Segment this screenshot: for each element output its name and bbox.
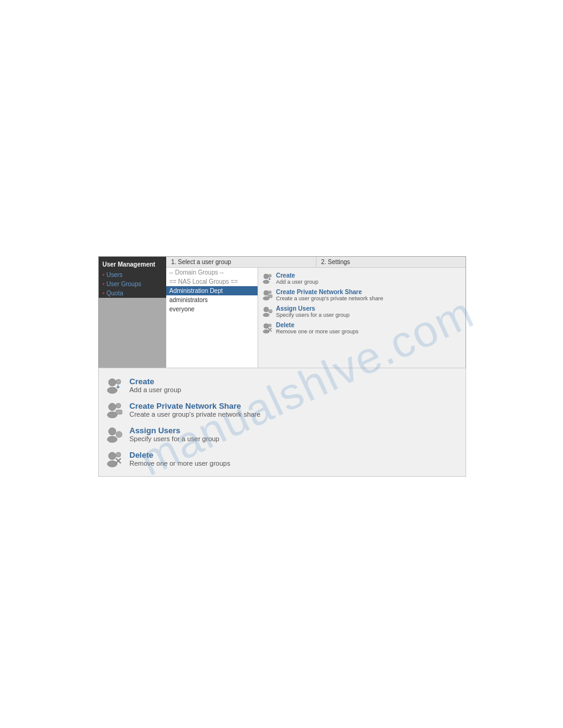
large-delete-icon	[106, 450, 123, 468]
users-link[interactable]: Users	[107, 271, 123, 278]
delete-desc: Remove one or more user groups	[276, 328, 359, 335]
svg-text:+: +	[117, 384, 120, 390]
large-cpns-desc: Create a user group's private network sh…	[129, 411, 261, 418]
cpns-title[interactable]: Create Private Network Share	[276, 289, 383, 295]
delete-action-text: Delete Remove one or more user groups	[276, 322, 359, 335]
svg-rect-7	[268, 295, 272, 298]
large-delete-text: Delete Remove one or more user groups	[129, 450, 230, 467]
small-action-assign[interactable]: Assign Users Specify users for a user gr…	[261, 303, 463, 320]
svg-rect-23	[116, 410, 122, 414]
svg-point-20	[109, 403, 116, 411]
step1-header: 1. Select a user group	[166, 257, 316, 267]
large-assign-title[interactable]: Assign Users	[129, 426, 220, 435]
svg-point-24	[109, 428, 116, 435]
svg-point-26	[116, 431, 122, 438]
large-create-icon: +	[106, 377, 123, 394]
large-delete-title[interactable]: Delete	[129, 450, 230, 460]
svg-point-10	[269, 309, 272, 313]
large-cpns-icon	[106, 401, 123, 419]
large-action-cpns[interactable]: Create Private Network Share Create a us…	[104, 398, 461, 422]
sidebar-item-users[interactable]: • Users	[99, 270, 166, 279]
svg-point-21	[107, 412, 117, 418]
small-sidebar-title: User Management	[99, 259, 166, 270]
list-item-selected[interactable]: Administration Dept	[166, 286, 258, 295]
svg-point-11	[264, 324, 269, 328]
small-action-create[interactable]: + Create Add a user group	[261, 270, 463, 287]
assign-users-icon	[262, 306, 273, 317]
large-assign-icon	[106, 426, 123, 443]
svg-point-9	[263, 313, 269, 317]
assign-title[interactable]: Assign Users	[276, 305, 350, 312]
large-assign-text: Assign Users Specify users for a user gr…	[129, 426, 220, 442]
large-cpns-text: Create Private Network Share Create a us…	[129, 401, 261, 418]
svg-point-25	[107, 436, 117, 442]
large-panel: + Create Add a user group Create Private…	[98, 368, 466, 477]
svg-point-27	[109, 452, 116, 460]
large-cpns-title[interactable]: Create Private Network Share	[129, 401, 261, 411]
list-item[interactable]: == NAS Local Groups ==	[166, 277, 258, 286]
large-action-create[interactable]: + Create Add a user group	[104, 373, 461, 398]
large-create-desc: Add a user group	[129, 386, 181, 393]
create-desc: Add a user group	[276, 279, 318, 285]
small-action-cpns[interactable]: Create Private Network Share Create a us…	[261, 287, 463, 303]
step2-header: 2. Settings	[316, 257, 466, 267]
svg-point-29	[116, 452, 121, 457]
assign-desc: Specify users for a user group	[276, 312, 350, 318]
list-item[interactable]: -- Domain Groups --	[166, 268, 258, 277]
delete-icon	[262, 322, 273, 333]
large-action-delete[interactable]: Delete Remove one or more user groups	[104, 447, 461, 471]
bullet-icon: •	[102, 281, 105, 287]
svg-point-16	[109, 379, 116, 386]
create-network-share-icon	[262, 289, 273, 300]
svg-point-4	[264, 290, 269, 295]
svg-point-28	[107, 461, 117, 467]
bullet-icon: •	[102, 290, 105, 297]
small-sidebar: User Management • Users • User Groups • …	[99, 257, 166, 374]
list-item[interactable]: everyone	[166, 305, 258, 314]
steps-header: 1. Select a user group 2. Settings	[166, 257, 465, 268]
small-list-area: -- Domain Groups -- == NAS Local Groups …	[166, 268, 258, 374]
quota-link[interactable]: Quota	[107, 290, 123, 297]
svg-point-13	[269, 324, 272, 327]
list-item[interactable]: administrators	[166, 295, 258, 305]
cpns-desc: Create a user group's private network sh…	[276, 295, 383, 301]
create-group-icon: +	[262, 273, 273, 284]
delete-title[interactable]: Delete	[276, 322, 359, 328]
bullet-icon: •	[102, 271, 105, 278]
small-settings-area: + Create Add a user group	[258, 268, 465, 374]
create-action-text: Create Add a user group	[276, 272, 318, 285]
large-create-text: Create Add a user group	[129, 377, 181, 393]
large-assign-desc: Specify users for a user group	[129, 435, 220, 442]
large-create-title[interactable]: Create	[129, 377, 181, 386]
assign-action-text: Assign Users Specify users for a user gr…	[276, 305, 350, 318]
small-right-panel: 1. Select a user group 2. Settings -- Do…	[166, 257, 465, 374]
small-panel: User Management • Users • User Groups • …	[98, 256, 466, 374]
large-action-assign[interactable]: Assign Users Specify users for a user gr…	[104, 422, 461, 447]
create-title[interactable]: Create	[276, 272, 318, 279]
usergroups-link[interactable]: User Groups	[107, 281, 142, 287]
large-delete-desc: Remove one or more user groups	[129, 460, 230, 467]
sidebar-item-usergroups[interactable]: • User Groups	[99, 279, 166, 289]
small-sidebar-body	[99, 298, 166, 371]
small-content-area: -- Domain Groups -- == NAS Local Groups …	[166, 268, 465, 374]
cpns-action-text: Create Private Network Share Create a us…	[276, 289, 383, 301]
svg-text:+: +	[269, 277, 271, 281]
sidebar-item-quota[interactable]: • Quota	[99, 289, 166, 298]
svg-point-22	[116, 403, 121, 408]
svg-point-6	[269, 291, 272, 294]
small-action-delete[interactable]: Delete Remove one or more user groups	[261, 320, 463, 336]
svg-point-8	[264, 307, 269, 312]
